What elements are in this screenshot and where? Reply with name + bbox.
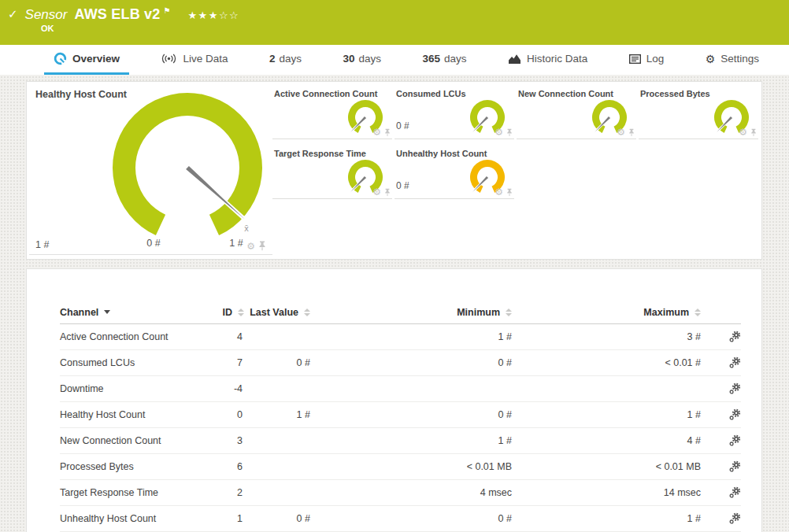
gauge-mean-marker: x̄ bbox=[244, 224, 249, 233]
tab-number: 2 bbox=[269, 53, 276, 65]
stars-filled[interactable]: ★★★ bbox=[187, 9, 218, 21]
gear-icon[interactable]: ⚙ bbox=[739, 127, 747, 137]
sensor-tab-bar: Overview Live Data 2 days 30 days 365 da… bbox=[0, 45, 789, 75]
gauge-max-label: 1 # bbox=[229, 238, 243, 249]
channel-settings-icon[interactable] bbox=[728, 331, 741, 343]
gear-icon[interactable]: ⚙ bbox=[372, 127, 381, 137]
channel-settings-icon[interactable] bbox=[728, 408, 741, 421]
channel-name-cell: New Connection Count bbox=[60, 435, 217, 446]
gear-icon[interactable]: ⚙ bbox=[495, 127, 503, 137]
table-row[interactable]: Healthy Host Count 0 1 # 0 # 1 # bbox=[60, 402, 741, 428]
table-row[interactable]: Unhealthy Host Count 1 0 # 0 # 1 # bbox=[60, 506, 741, 532]
tab-label: days bbox=[444, 53, 467, 65]
column-header-last-value[interactable]: Last Value bbox=[244, 307, 310, 318]
gauge-icon bbox=[54, 52, 67, 65]
channel-gauge-tile: Active Connection Count ⚙ bbox=[272, 89, 392, 139]
channel-name-cell: Consumed LCUs bbox=[60, 357, 217, 368]
pin-icon[interactable] bbox=[506, 188, 513, 197]
flag-icon[interactable]: ⚑ bbox=[163, 6, 170, 15]
priority-stars[interactable]: ★★★☆☆ bbox=[187, 9, 239, 21]
gauge-title: Processed Bytes bbox=[640, 89, 710, 98]
channel-settings-icon[interactable] bbox=[728, 460, 741, 473]
status-badge: OK bbox=[41, 24, 54, 33]
column-label: ID bbox=[223, 307, 233, 318]
last-value-cell: 1 # bbox=[244, 409, 310, 420]
gauge-title: Consumed LCUs bbox=[396, 89, 466, 98]
channel-name-cell: Target Response Time bbox=[60, 487, 217, 498]
stars-empty[interactable]: ☆☆ bbox=[219, 9, 239, 21]
channel-name-cell: Downtime bbox=[60, 383, 217, 394]
gear-icon[interactable]: ⚙ bbox=[495, 187, 503, 197]
tab-historic-data[interactable]: Historic Data bbox=[498, 45, 597, 75]
channel-id-cell: 3 bbox=[217, 435, 244, 446]
overview-gauges-panel: Healthy Host Count 0 # 1 # x̄ 1 # ⚙ Acti… bbox=[26, 81, 762, 260]
tab-365-days[interactable]: 365 days bbox=[413, 45, 476, 75]
tab-label: Historic Data bbox=[527, 53, 587, 65]
channel-settings-icon[interactable] bbox=[728, 382, 741, 395]
column-header-maximum[interactable]: Maximum bbox=[512, 307, 701, 318]
table-header-row: Channel ID Last Value Minimum Maximum bbox=[60, 301, 741, 324]
object-kind-label: Sensor bbox=[25, 7, 68, 23]
column-label: Last Value bbox=[250, 307, 298, 318]
table-row[interactable]: Processed Bytes 6 < 0.01 MB < 0.01 MB bbox=[60, 454, 741, 480]
maximum-cell: 14 msec bbox=[512, 487, 701, 498]
pin-icon[interactable] bbox=[384, 128, 391, 137]
channel-gauge-tile: Consumed LCUs 0 # ⚙ bbox=[394, 89, 514, 139]
sort-icon bbox=[304, 308, 310, 316]
tab-label: Overview bbox=[72, 53, 120, 65]
pin-icon[interactable] bbox=[506, 128, 513, 137]
channel-id-cell: 6 bbox=[217, 461, 244, 472]
column-header-id[interactable]: ID bbox=[217, 307, 244, 318]
channel-settings-icon[interactable] bbox=[728, 486, 741, 499]
table-row[interactable]: Active Connection Count 4 1 # 3 # bbox=[60, 324, 741, 350]
live-signal-icon bbox=[161, 54, 177, 64]
gauge-title: New Connection Count bbox=[518, 89, 613, 98]
sort-icon bbox=[238, 308, 244, 316]
last-value-cell: 0 # bbox=[244, 357, 310, 368]
tab-number: 365 bbox=[422, 53, 440, 65]
tab-log[interactable]: Log bbox=[620, 45, 674, 75]
maximum-cell: < 0.01 # bbox=[512, 357, 701, 368]
channel-id-cell: 1 bbox=[217, 513, 244, 524]
tab-overview[interactable]: Overview bbox=[44, 45, 129, 75]
tab-live-data[interactable]: Live Data bbox=[151, 45, 237, 75]
gear-icon[interactable]: ⚙ bbox=[617, 127, 625, 137]
pin-icon[interactable] bbox=[384, 188, 391, 197]
gear-icon[interactable]: ⚙ bbox=[372, 187, 381, 197]
tab-settings[interactable]: ⚙ Settings bbox=[696, 45, 769, 75]
gauge-title: Active Connection Count bbox=[274, 89, 377, 98]
tab-number: 30 bbox=[343, 53, 354, 65]
column-header-minimum[interactable]: Minimum bbox=[310, 307, 512, 318]
pin-icon[interactable] bbox=[750, 128, 757, 137]
maximum-cell: 1 # bbox=[512, 513, 701, 524]
table-row[interactable]: Target Response Time 2 4 msec 14 msec bbox=[60, 480, 741, 506]
tab-30-days[interactable]: 30 days bbox=[333, 45, 391, 75]
channel-gauge-tile: Processed Bytes ⚙ bbox=[639, 89, 758, 139]
channel-id-cell: 4 bbox=[217, 331, 244, 342]
minimum-cell: 4 msec bbox=[310, 487, 512, 498]
channel-settings-icon[interactable] bbox=[728, 357, 741, 369]
sort-icon bbox=[695, 308, 701, 316]
table-row[interactable]: Consumed LCUs 7 0 # 0 # < 0.01 # bbox=[60, 350, 741, 376]
channel-settings-icon[interactable] bbox=[728, 434, 741, 447]
primary-channel-gauge-tile: Healthy Host Count 0 # 1 # x̄ 1 # ⚙ bbox=[29, 82, 272, 255]
table-row[interactable]: New Connection Count 3 1 # 4 # bbox=[60, 428, 741, 454]
gauge-min-label: 0 # bbox=[146, 238, 160, 249]
channel-gauge-tile: New Connection Count ⚙ bbox=[517, 89, 636, 139]
gauge-current-value: 0 # bbox=[396, 180, 409, 191]
pin-icon[interactable] bbox=[258, 241, 266, 251]
gear-icon[interactable]: ⚙ bbox=[246, 242, 255, 251]
tab-label: Settings bbox=[720, 53, 759, 65]
tab-2-days[interactable]: 2 days bbox=[260, 45, 311, 75]
table-row[interactable]: Downtime -4 bbox=[60, 376, 741, 402]
channel-settings-icon[interactable] bbox=[728, 512, 741, 525]
last-value-cell: 0 # bbox=[244, 513, 310, 524]
sensor-status-banner: ✓ Sensor AWS ELB v2 ⚑ ★★★☆☆ OK bbox=[0, 0, 789, 45]
channels-table: Channel ID Last Value Minimum Maximum bbox=[27, 269, 761, 532]
column-header-channel[interactable]: Channel bbox=[60, 307, 217, 318]
column-label: Channel bbox=[60, 307, 98, 318]
pin-icon[interactable] bbox=[628, 128, 635, 137]
area-chart-icon bbox=[508, 54, 521, 64]
gauge-title: Unhealthy Host Count bbox=[396, 149, 487, 158]
channel-gauge-tile: Unhealthy Host Count 0 # ⚙ bbox=[394, 149, 514, 199]
